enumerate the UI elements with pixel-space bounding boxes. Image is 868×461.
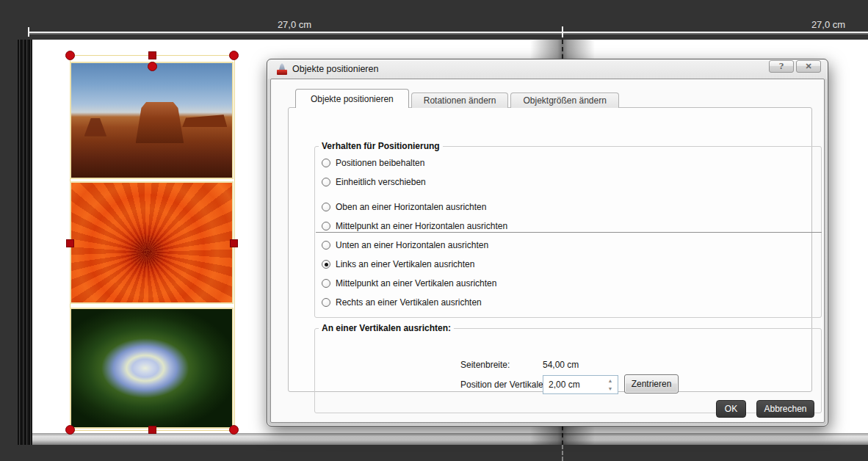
radio-option[interactable]: Links an einer Vertikalen ausrichten xyxy=(315,255,821,274)
align-options: Oben an einer Horizontalen ausrichtenMit… xyxy=(315,197,821,312)
tab-rotationen-ndern[interactable]: Rotationen ändern xyxy=(411,92,509,108)
radio-button[interactable] xyxy=(322,279,330,288)
spinner-up-icon[interactable]: ▲ xyxy=(604,377,616,385)
radio-option[interactable]: Mittelpunkt an einer Vertikalen ausricht… xyxy=(315,274,821,293)
butte-shape xyxy=(136,102,184,143)
close-icon[interactable]: ✕ xyxy=(796,60,821,73)
page-bottom-edge xyxy=(32,433,868,445)
page-fold-line-below xyxy=(562,445,563,461)
radio-label: Links an einer Vertikalen ausrichten xyxy=(336,259,474,269)
radio-option[interactable]: Rechts an einer Vertikalen ausrichten xyxy=(315,293,821,312)
page-width-value: 54,00 cm xyxy=(543,360,579,370)
radio-label: Mittelpunkt an einer Vertikalen ausricht… xyxy=(336,278,496,288)
radio-button[interactable] xyxy=(322,298,330,307)
handle-top-left[interactable] xyxy=(65,51,75,60)
spinner-down-icon[interactable]: ▼ xyxy=(604,385,616,393)
radio-option[interactable]: Oben an einer Horizontalen ausrichten xyxy=(315,197,821,217)
radio-label: Rechts an einer Vertikalen ausrichten xyxy=(336,297,482,308)
handle-top-right[interactable] xyxy=(229,51,239,60)
tab-panel: Verhalten für Positionierung Positionen … xyxy=(288,107,812,392)
radio-button[interactable] xyxy=(322,222,330,230)
ruler-label-right: 27,0 cm xyxy=(795,19,861,30)
radio-button[interactable] xyxy=(322,159,330,167)
dialog-title: Objekte positionieren xyxy=(292,64,378,74)
app-icon xyxy=(276,63,288,75)
radio-button[interactable] xyxy=(322,203,330,211)
page-binding-edge xyxy=(18,40,32,445)
tab-bar: Objekte positionierenRotationen ändernOb… xyxy=(295,89,619,108)
group-title: Verhalten für Positionierung xyxy=(319,141,443,151)
ruler-label-left: 27,0 cm xyxy=(261,19,328,30)
ruler xyxy=(28,32,868,33)
group-positioning-behavior: Verhalten für Positionierung Positionen … xyxy=(314,146,822,318)
radio-button[interactable] xyxy=(322,260,330,269)
handle-middle-left[interactable] xyxy=(66,239,74,247)
rotation-handle[interactable] xyxy=(148,62,157,71)
ok-button[interactable]: OK xyxy=(716,400,746,418)
radio-button[interactable] xyxy=(322,241,330,250)
handle-bottom-left[interactable] xyxy=(65,425,75,435)
page-width-label: Seitenbreite: xyxy=(460,360,510,370)
butte-shape xyxy=(84,118,107,137)
group-align-vertical: An einer Vertikalen ausrichten: Seitenbr… xyxy=(314,328,822,413)
ruler-tick-center xyxy=(562,26,563,37)
ruler-tick-left xyxy=(28,27,29,37)
tab-objekte-positionieren[interactable]: Objekte positionieren xyxy=(295,89,409,108)
vertical-position-label: Position der Vertikalen: xyxy=(460,380,551,390)
photobook-workspace: 27,0 cm 27,0 cm Objekte positionieren ? … xyxy=(0,0,868,461)
radio-label: Positionen beibehalten xyxy=(336,158,424,168)
radio-label: Mittelpunkt an einer Horizontalen ausric… xyxy=(336,221,507,231)
radio-option[interactable]: Positionen beibehalten xyxy=(315,153,821,173)
mesa-shape xyxy=(182,115,227,127)
tab-objektgr-en-ndern[interactable]: Objektgrößen ändern xyxy=(510,92,618,108)
handle-top-center[interactable] xyxy=(148,51,156,59)
photo-orange-dahlia[interactable] xyxy=(70,181,234,304)
radio-label: Unten an einer Horizontalen ausrichten xyxy=(336,240,488,250)
dialog-content: Objekte positionierenRotationen ändernOb… xyxy=(270,79,825,423)
radio-button[interactable] xyxy=(322,178,330,186)
radio-label: Oben an einer Horizontalen ausrichten xyxy=(336,202,486,212)
radio-option[interactable]: Unten an einer Horizontalen ausrichten xyxy=(315,236,821,255)
handle-bottom-center[interactable] xyxy=(148,426,156,434)
center-button[interactable]: Zentrieren xyxy=(624,374,679,393)
help-icon[interactable]: ? xyxy=(769,60,794,73)
behavior-options: Positionen beibehaltenEinheitlich versch… xyxy=(315,153,821,192)
dialog-titlebar[interactable]: Objekte positionieren ? ✕ xyxy=(267,59,828,79)
group-title: An einer Vertikalen ausrichten: xyxy=(319,323,454,333)
handle-middle-right[interactable] xyxy=(230,239,238,247)
vertical-position-input[interactable] xyxy=(543,376,604,393)
position-objects-dialog: Objekte positionieren ? ✕ Objekte positi… xyxy=(267,59,828,426)
photo-hydrangea[interactable] xyxy=(70,308,234,429)
radio-option[interactable]: Mittelpunkt an einer Horizontalen ausric… xyxy=(315,217,821,236)
cancel-button[interactable]: Abbrechen xyxy=(756,400,814,418)
radio-label: Einheitlich verschieben xyxy=(336,177,426,187)
photo-monument-valley[interactable] xyxy=(70,62,234,179)
handle-bottom-right[interactable] xyxy=(229,425,239,435)
vertical-position-field: ▲ ▼ xyxy=(543,375,618,394)
radio-option[interactable]: Einheitlich verschieben xyxy=(315,173,821,192)
